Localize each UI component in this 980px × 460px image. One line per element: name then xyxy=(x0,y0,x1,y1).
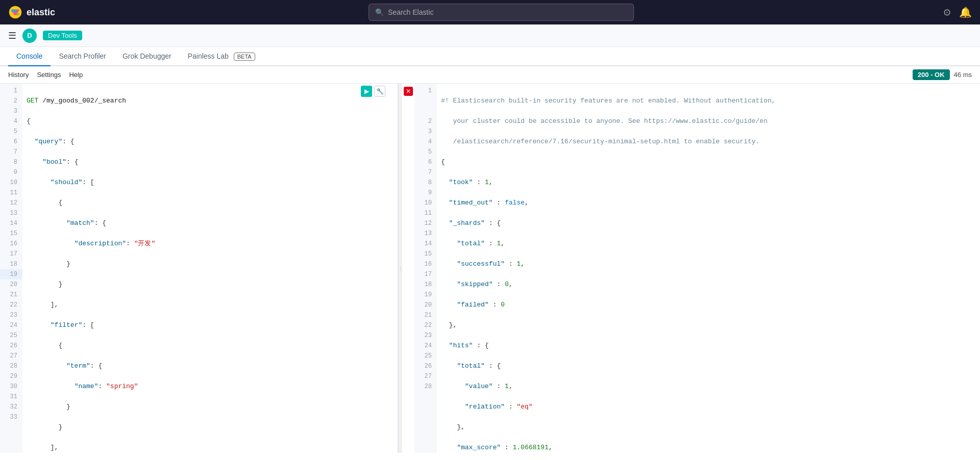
breadcrumb-bar: ☰ D Dev Tools xyxy=(0,24,980,47)
resp-line-3: "took" : 1, xyxy=(441,177,976,188)
code-line-13: { xyxy=(27,341,394,351)
code-line-2: { xyxy=(27,116,394,126)
run-button[interactable]: ▶ xyxy=(361,86,372,97)
editor-code[interactable]: GET /my_goods_002/_search { "query": { "… xyxy=(22,84,398,453)
resp-line-14: "relation" : "eq" xyxy=(441,402,976,412)
tab-console[interactable]: Console xyxy=(8,47,51,66)
dev-tools-badge[interactable]: Dev Tools xyxy=(43,31,82,40)
response-code: #! Elasticsearch built-in security featu… xyxy=(437,84,980,453)
beta-badge: BETA xyxy=(234,53,255,61)
code-line-11: ], xyxy=(27,300,394,310)
search-placeholder: Search Elastic xyxy=(388,8,433,16)
resp-line-4: "timed_out" : false, xyxy=(441,198,976,208)
history-button[interactable]: History xyxy=(8,71,29,79)
response-btn-col: ✕ xyxy=(402,84,414,453)
code-line-5: "should": [ xyxy=(27,177,394,188)
response-time: 46 ms xyxy=(954,71,972,79)
svg-point-6 xyxy=(12,13,14,15)
user-circle-icon[interactable]: ⊙ xyxy=(943,7,951,18)
editor-actions: ▶ 🔧 xyxy=(361,86,385,97)
resp-line-1: #! Elasticsearch built-in security featu… xyxy=(441,96,976,106)
tab-bar: Console Search Profiler Grok Debugger Pa… xyxy=(0,47,980,66)
top-nav: elastic 🔍 Search Elastic ⊙ 🔔 xyxy=(0,0,980,24)
resp-line-8: "skipped" : 0, xyxy=(441,279,976,290)
code-line-17: } xyxy=(27,422,394,432)
hamburger-menu[interactable]: ☰ xyxy=(8,30,16,41)
resize-handle[interactable]: ⋮ xyxy=(398,84,402,453)
svg-point-4 xyxy=(17,13,19,15)
code-line-6: { xyxy=(27,198,394,208)
code-line-16: } xyxy=(27,402,394,412)
user-avatar: D xyxy=(22,29,37,43)
code-line-9: } xyxy=(27,259,394,269)
settings-button[interactable]: Settings xyxy=(37,71,61,79)
elastic-logo[interactable]: elastic xyxy=(8,5,55,19)
code-line-1: GET /my_goods_002/_search xyxy=(27,96,394,106)
global-search-bar[interactable]: 🔍 Search Elastic xyxy=(369,4,634,21)
logo-text: elastic xyxy=(27,7,55,18)
resp-line-5: "_shards" : { xyxy=(441,218,976,228)
elastic-logo-icon xyxy=(8,5,22,19)
tab-painless-lab[interactable]: Painless Lab BETA xyxy=(180,47,263,66)
code-line-14: "term": { xyxy=(27,361,394,371)
resp-line-15: }, xyxy=(441,422,976,432)
resp-line-2: { xyxy=(441,157,976,167)
toolbar: History Settings Help 200 - OK 46 ms xyxy=(0,66,980,84)
code-line-3: "query": { xyxy=(27,137,394,147)
main-content: 1 2 3 4 5 6 7 8 9 10 11 12 13 14 15 16 1… xyxy=(0,84,980,453)
resp-line-1b: your cluster could be accessible to anyo… xyxy=(441,116,976,126)
code-line-10: } xyxy=(27,279,394,290)
code-line-8: "description": "开发" xyxy=(27,239,394,249)
svg-point-3 xyxy=(11,9,14,12)
close-response-button[interactable]: ✕ xyxy=(404,87,413,96)
code-line-15: "name": "spring" xyxy=(27,381,394,392)
code-line-7: "match": { xyxy=(27,218,394,228)
editor-panel: 1 2 3 4 5 6 7 8 9 10 11 12 13 14 15 16 1… xyxy=(0,84,398,453)
resp-line-10: }, xyxy=(441,320,976,330)
status-badge: 200 - OK xyxy=(913,69,950,80)
code-line-18: ], xyxy=(27,443,394,453)
wrench-button[interactable]: 🔧 xyxy=(374,86,385,97)
nav-right: ⊙ 🔔 xyxy=(943,6,972,18)
help-button[interactable]: Help xyxy=(69,71,83,79)
resp-line-12: "total" : { xyxy=(441,361,976,371)
tab-search-profiler[interactable]: Search Profiler xyxy=(51,47,114,66)
resp-line-11: "hits" : { xyxy=(441,341,976,351)
resp-line-1c: /elasticsearch/reference/7.16/security-m… xyxy=(441,137,976,147)
resp-line-13: "value" : 1, xyxy=(441,381,976,392)
code-line-12: "filter": [ xyxy=(27,320,394,330)
svg-point-5 xyxy=(17,9,19,11)
tab-grok-debugger[interactable]: Grok Debugger xyxy=(114,47,180,66)
resp-line-6: "total" : 1, xyxy=(441,239,976,249)
search-icon: 🔍 xyxy=(375,8,384,16)
resp-line-9: "failed" : 0 xyxy=(441,300,976,310)
response-line-numbers: 1 2 3 4 5 6 7 8 9 10 11 12 13 14 15 16 1… xyxy=(414,84,437,453)
resp-line-7: "successful" : 1, xyxy=(441,259,976,269)
resp-line-16: "max_score" : 1.0668191, xyxy=(441,443,976,453)
code-line-4: "bool": { xyxy=(27,157,394,167)
editor-line-numbers: 1 2 3 4 5 6 7 8 9 10 11 12 13 14 15 16 1… xyxy=(0,84,22,453)
bell-icon[interactable]: 🔔 xyxy=(959,6,972,18)
response-panel: ✕ 1 2 3 4 5 6 7 8 9 10 11 12 13 14 15 16… xyxy=(402,84,980,453)
